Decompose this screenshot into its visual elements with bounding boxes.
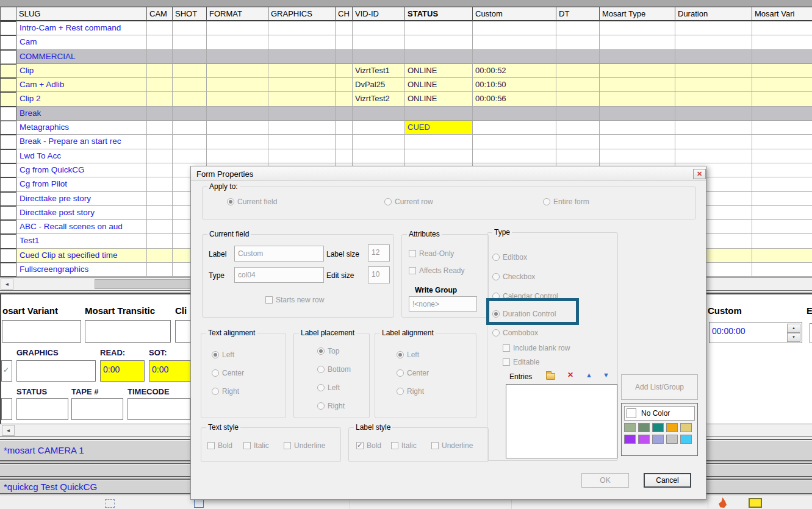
cell-dt[interactable] [556,135,600,149]
cell-dt[interactable] [556,121,600,135]
cell-status[interactable] [405,135,473,149]
cell-duration[interactable] [675,64,752,78]
checkbox-read-only[interactable]: Read-Only [409,249,454,258]
cell-status[interactable] [405,21,473,35]
cell-cam[interactable] [147,64,173,78]
cell-shot[interactable] [173,35,207,49]
table-row[interactable]: Break [0,107,812,121]
column-header-custom[interactable]: Custom [473,7,556,21]
column-header-cam[interactable]: CAM [147,7,173,21]
highlighter-icon[interactable] [749,498,762,508]
cell-mosart-variant[interactable] [752,234,812,248]
row-selector[interactable] [0,263,16,277]
cell-mosart-type[interactable] [600,64,675,78]
column-header-selector[interactable] [0,7,16,21]
cell-ch[interactable] [336,135,353,149]
table-row[interactable]: Lwd To Acc [0,149,812,163]
table-row[interactable]: COMMERCIAL [0,50,812,64]
row-selector[interactable] [0,107,16,121]
row-selector[interactable] [0,234,16,248]
cell-cam[interactable] [147,50,173,64]
radio-label-align-left[interactable]: Left [397,351,419,359]
cell-shot[interactable] [173,50,207,64]
cell-cam[interactable] [147,78,173,92]
cell-dt[interactable] [556,50,600,64]
cell-mosart-variant[interactable] [752,220,812,234]
cell-duration[interactable] [675,149,752,163]
close-button[interactable]: ✕ [693,169,706,179]
cell-duration[interactable] [675,78,752,92]
cell-ch[interactable] [336,107,353,121]
cell-mosart-variant[interactable] [752,263,812,277]
row-selector[interactable] [0,35,16,49]
color-swatch[interactable] [666,423,678,432]
cell-mosart-variant[interactable] [752,206,812,220]
cell-dt[interactable] [556,78,600,92]
cell-duration[interactable] [675,135,752,149]
cell-dt[interactable] [556,149,600,163]
column-header-shot[interactable]: SHOT [173,7,207,21]
cell-mosart-type[interactable] [600,78,675,92]
cell-vid-id[interactable]: VizrtTest2 [353,92,405,106]
row-selector[interactable] [0,163,16,177]
cell-slug[interactable]: Cued Clip at specified time [16,249,147,263]
cell-vid-id[interactable] [353,121,405,135]
cell-graphics[interactable] [268,107,336,121]
cell-duration[interactable] [675,21,752,35]
table-row[interactable]: Cam + AdlibDvPal25ONLINE00:10:50 [0,78,812,92]
spin-up-button[interactable]: ▲ [787,324,800,333]
cell-vid-id[interactable] [353,107,405,121]
cell-mosart-variant[interactable] [752,35,812,49]
cell-mosart-variant[interactable] [752,92,812,106]
checkbox-text-underline[interactable]: Underline [284,441,325,450]
ok-button[interactable]: OK [581,473,629,488]
left-small-box[interactable] [1,398,12,420]
cell-dt[interactable] [556,107,600,121]
cell-slug[interactable]: Break [16,107,147,121]
cell-status[interactable]: ONLINE [405,78,473,92]
table-row[interactable]: MetagraphicsCUED [0,121,812,135]
column-header-graphics[interactable]: GRAPHICS [268,7,336,21]
cell-graphics[interactable] [268,135,336,149]
mosart-transition-input[interactable] [85,320,171,343]
row-selector[interactable] [0,92,16,106]
move-down-button[interactable]: ▼ [603,371,609,379]
color-swatch[interactable] [624,435,636,444]
cell-vid-id[interactable] [353,21,405,35]
cell-mosart-type[interactable] [600,149,675,163]
cell-format[interactable] [207,149,268,163]
checkbox-text-bold[interactable]: Bold [207,441,232,450]
cell-mosart-variant[interactable] [752,163,812,177]
row-selector[interactable] [0,64,16,78]
cell-mosart-variant[interactable] [752,78,812,92]
cell-cam[interactable] [147,107,173,121]
cell-cam[interactable] [147,92,173,106]
radio-text-align-right[interactable]: Right [212,387,239,396]
dialog-titlebar[interactable]: Form Properties [191,166,706,181]
cell-graphics[interactable] [268,78,336,92]
cell-cam[interactable] [147,35,173,49]
dock-outline-icon[interactable] [105,499,115,508]
edge-field-input[interactable] [810,323,812,343]
cell-slug[interactable]: Cg from QuickCG [16,163,147,177]
cell-dt[interactable] [556,35,600,49]
cell-mosart-type[interactable] [600,92,675,106]
radio-current-row[interactable]: Current row [384,198,433,206]
color-swatch[interactable] [680,423,692,432]
cell-shot[interactable] [173,149,207,163]
checkbox-label-bold[interactable]: Bold [356,441,381,450]
cell-ch[interactable] [336,64,353,78]
cell-format[interactable] [207,92,268,106]
tape-input[interactable] [71,398,123,420]
cell-custom[interactable] [473,107,556,121]
cell-slug[interactable]: Fullscreengraphics [16,263,147,277]
cell-format[interactable] [207,78,268,92]
column-header-dt[interactable]: DT [556,7,600,21]
table-row[interactable]: Clip 2VizrtTest2ONLINE00:00:56 [0,92,812,106]
color-swatch[interactable] [680,435,692,444]
cell-vid-id[interactable]: VizrtTest1 [353,64,405,78]
cell-mosart-type[interactable] [600,107,675,121]
radio-entire-form[interactable]: Entire form [543,198,589,206]
cell-ch[interactable] [336,149,353,163]
cell-vid-id[interactable]: DvPal25 [353,78,405,92]
